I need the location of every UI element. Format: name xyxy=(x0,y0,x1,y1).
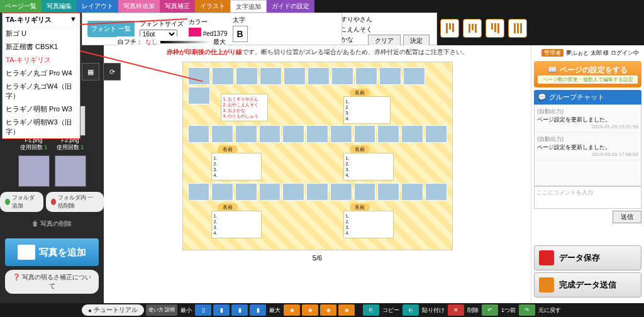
align-center-button[interactable] xyxy=(463,19,482,38)
zoom-button[interactable]: ▯ xyxy=(195,304,211,316)
tab-layout[interactable]: レイアウト xyxy=(77,0,118,13)
save-data-button[interactable]: データ保存 xyxy=(534,245,641,270)
font-option[interactable]: 新ゴ U xyxy=(3,27,80,40)
photo-slot[interactable] xyxy=(379,67,401,85)
tab-add-text[interactable]: 文字追加 xyxy=(230,0,267,13)
folder-delete-button[interactable]: フォルダ内 一括削除 xyxy=(46,192,104,212)
delete-button[interactable]: ✕ xyxy=(448,304,464,316)
chat-header: 💬 グループチャット xyxy=(534,90,641,104)
add-photo-button[interactable]: 写真を追加 xyxy=(5,238,99,266)
howto-button[interactable]: 使い方 説明 xyxy=(146,304,177,316)
photo-slot[interactable] xyxy=(211,183,233,201)
copy-button[interactable]: ⎘ xyxy=(363,304,379,316)
paste-label: 貼り付け xyxy=(422,306,445,314)
text-block[interactable]: 1.2.3.4. xyxy=(343,153,394,181)
asset-thumb[interactable] xyxy=(55,155,86,187)
photo-slot[interactable] xyxy=(235,125,257,143)
layer-button[interactable]: ◈ xyxy=(320,304,336,316)
align-justify-button[interactable] xyxy=(508,19,527,38)
tab-photo-edit[interactable]: 写真編集 xyxy=(42,0,77,13)
photo-slot[interactable] xyxy=(330,183,352,201)
zoom-button[interactable]: ▮ xyxy=(231,304,248,316)
font-option[interactable]: ヒラギノ明朝 Pro W3 xyxy=(3,103,80,116)
photo-slot[interactable] xyxy=(306,125,328,143)
photo-slot[interactable] xyxy=(236,67,258,85)
brightness-help-button[interactable]: ❓ 写真の明るさ補正について xyxy=(5,270,99,294)
photo-slot[interactable] xyxy=(212,67,234,85)
submit-data-button[interactable]: 完成データ送信 xyxy=(534,272,641,298)
photo-slot[interactable] xyxy=(188,67,210,85)
layer-button[interactable]: ◈ xyxy=(338,304,355,316)
font-option[interactable]: ヒラギノ明朝W3（旧字） xyxy=(3,116,80,138)
floppy-icon xyxy=(539,250,554,265)
page-canvas[interactable]: 1. おくすりやさん2. おやこえんそく3. おさかな4. のりものしゅう 名前… xyxy=(182,62,453,250)
photo-slot[interactable] xyxy=(425,125,447,143)
send-button[interactable]: 送信 xyxy=(613,211,641,223)
photo-slot[interactable] xyxy=(331,67,353,85)
tutorial-button[interactable]: ● チュートリアル xyxy=(82,304,144,316)
photo-slot[interactable] xyxy=(377,125,399,143)
tab-correction[interactable]: 写真補正 xyxy=(160,0,195,13)
redo-button[interactable]: ↷ xyxy=(519,304,535,316)
align-right-button[interactable] xyxy=(486,19,504,38)
chevron-down-icon: ▼ xyxy=(70,15,77,25)
chat-input[interactable]: ここにコメントを入力 xyxy=(534,186,641,209)
photo-slot[interactable] xyxy=(260,67,282,85)
photo-slot[interactable] xyxy=(259,125,281,143)
outline-label: 白フチ： xyxy=(118,38,143,47)
photo-slot[interactable] xyxy=(282,183,304,201)
text-block[interactable]: 1.2.3.4. xyxy=(343,211,394,238)
font-option[interactable]: TA-キリギリス xyxy=(3,53,80,67)
photo-slot[interactable] xyxy=(401,125,423,143)
photo-slot[interactable] xyxy=(211,125,233,143)
photo-slot[interactable] xyxy=(354,183,376,201)
font-option[interactable]: ヒラギノ丸ゴW4（旧字） xyxy=(3,80,80,103)
color-hex: #ed1379 xyxy=(203,30,228,37)
photo-slot[interactable] xyxy=(259,183,281,201)
photo-slot[interactable] xyxy=(188,125,210,143)
tab-guide[interactable]: ガイドの設定 xyxy=(267,0,314,13)
text-block[interactable]: 1. おくすりやさん2. おやこえんそく3. おさかな4. のりものしゅう xyxy=(221,94,268,121)
asset-thumb[interactable] xyxy=(18,155,50,187)
outline-max: 最大 xyxy=(213,38,226,47)
text-block[interactable]: 1.2.3.4. xyxy=(343,96,391,124)
photo-slot[interactable] xyxy=(284,67,306,85)
zoom-button[interactable]: ▮ xyxy=(250,304,266,316)
photo-slot[interactable] xyxy=(308,67,330,85)
photo-slot[interactable] xyxy=(425,183,447,201)
paste-button[interactable]: ⎗ xyxy=(402,304,419,316)
page-settings-button[interactable]: 📖 ページの設定をする ページ数の変更・複数人で編集する設定 xyxy=(534,61,641,87)
font-option[interactable]: ヒラギノ丸ゴ Pro W4 xyxy=(3,67,80,80)
tab-illustration[interactable]: イラスト xyxy=(195,0,230,13)
zoom-button[interactable]: ▮ xyxy=(213,304,230,316)
bold-button[interactable]: B xyxy=(233,26,248,42)
font-option[interactable]: 新正楷書 CBSK1 xyxy=(3,40,80,53)
font-dropdown[interactable]: TA-キリギリス▼ 新ゴ U 新正楷書 CBSK1 TA-キリギリス ヒラギノ丸… xyxy=(2,13,80,139)
folder-add-button[interactable]: フォルダ追加 xyxy=(0,192,43,212)
photo-slot[interactable] xyxy=(377,183,399,201)
undo-button[interactable]: ↶ xyxy=(482,304,498,316)
tab-pages[interactable]: ページ一覧 xyxy=(0,0,42,13)
tab-add-frame[interactable]: 写真枠追加 xyxy=(118,0,160,13)
outline-slider[interactable] xyxy=(160,41,211,43)
photo-slot[interactable] xyxy=(306,183,328,201)
text-block[interactable]: 1.2.3.4. xyxy=(211,211,262,238)
photo-slot[interactable] xyxy=(235,183,257,201)
refresh-icon[interactable]: ⟳ xyxy=(103,63,121,81)
photo-slot[interactable] xyxy=(282,125,304,143)
photo-slot[interactable] xyxy=(354,125,376,143)
photo-delete-label[interactable]: 🗑 写真の削除 xyxy=(0,220,104,228)
photo-slot[interactable] xyxy=(188,183,210,201)
layer-button[interactable]: ◈ xyxy=(284,304,300,316)
chat-body[interactable]: (自動出力) ページ設定を更新しました。 2018-01-29 15:31:58… xyxy=(534,104,641,186)
photo-slot[interactable] xyxy=(188,87,210,104)
photo-slot[interactable] xyxy=(330,125,352,143)
layer-button[interactable]: ◈ xyxy=(302,304,318,316)
photo-slot[interactable] xyxy=(401,183,423,201)
text-block[interactable]: 1.2.3.4. xyxy=(211,153,262,181)
align-button-group xyxy=(440,19,527,38)
align-left-button[interactable] xyxy=(440,19,459,38)
grid-view-icon[interactable]: ▦ xyxy=(82,63,99,81)
photo-slot[interactable] xyxy=(355,67,377,85)
photo-slot[interactable] xyxy=(403,67,425,85)
